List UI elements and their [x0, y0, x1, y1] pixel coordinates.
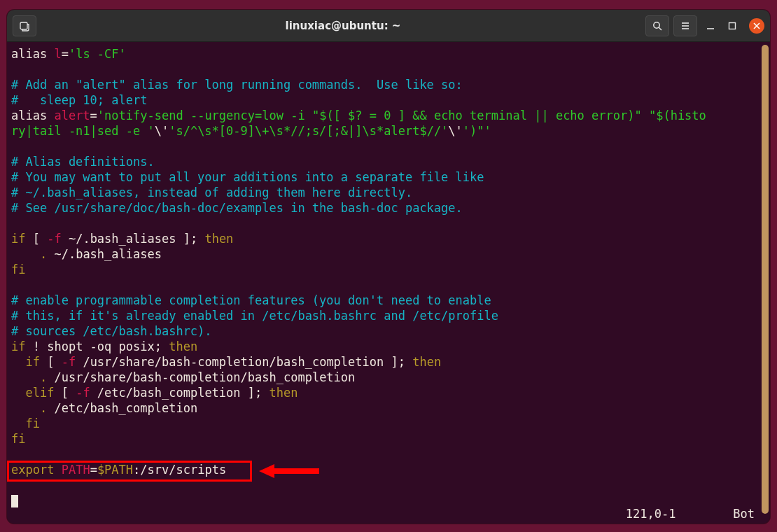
titlebar: linuxiac@ubuntu: ~ — [7, 10, 770, 42]
new-tab-button[interactable] — [13, 15, 36, 36]
editor-content: alias l='ls -CF' # Add an "alert" alias … — [11, 46, 767, 508]
menu-button[interactable] — [673, 15, 697, 36]
search-button[interactable] — [645, 15, 669, 36]
cursor-position: 121,0-1 — [626, 507, 676, 521]
file-location: Bot — [733, 507, 755, 521]
terminal-window: linuxiac@ubuntu: ~ — [7, 10, 770, 524]
window-controls — [706, 18, 764, 34]
window-title: linuxiac@ubuntu: ~ — [41, 20, 645, 32]
scrollbar[interactable] — [762, 45, 769, 524]
svg-rect-7 — [729, 22, 736, 29]
svg-point-1 — [654, 22, 659, 27]
hamburger-icon — [680, 20, 691, 31]
vim-statusbar: 121,0-1 Bot — [626, 507, 755, 521]
cursor — [11, 495, 18, 507]
terminal-viewport[interactable]: alias l='ls -CF' # Add an "alert" alias … — [7, 42, 770, 524]
minimize-button[interactable] — [706, 21, 715, 31]
scrollbar-thumb[interactable] — [762, 45, 769, 514]
svg-line-2 — [659, 27, 662, 30]
close-button[interactable] — [749, 18, 764, 34]
search-icon — [652, 20, 663, 31]
svg-rect-0 — [20, 22, 27, 29]
new-tab-icon — [19, 20, 30, 31]
minimize-icon — [706, 21, 715, 31]
close-icon — [753, 22, 760, 29]
maximize-button[interactable] — [728, 22, 736, 30]
maximize-icon — [728, 22, 736, 30]
